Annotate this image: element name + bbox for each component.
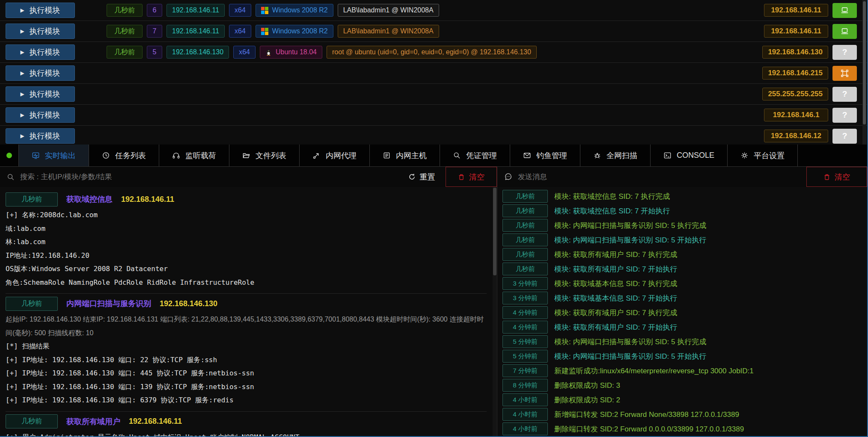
notification-text: 删除权限成功 SID: 2 <box>554 395 620 405</box>
notification-text: 模块: 内网端口扫描与服务识别 SID: 5 开始执行 <box>554 351 706 361</box>
notification-row: 几秒前模块: 获取域控信息 SID: 7 开始执行 <box>502 204 867 217</box>
question-icon: ? <box>842 89 847 99</box>
tab-task-list[interactable]: 任务列表 <box>89 145 159 166</box>
notification-row: 几秒前模块: 获取域控信息 SID: 7 执行完成 <box>502 190 867 203</box>
message-input[interactable] <box>518 173 800 181</box>
tab-label: CONSOLE <box>677 151 714 160</box>
tab-label: 实时输出 <box>45 151 76 161</box>
notification-text: 删除权限成功 SID: 3 <box>554 381 620 390</box>
scan-icon <box>593 151 601 159</box>
notification-text: 模块: 内网端口扫描与服务识别 SID: 5 开始执行 <box>554 235 706 245</box>
execute-module-button[interactable]: ▶执行模块 <box>6 86 75 102</box>
windows-logo-icon <box>261 7 268 14</box>
session-status-button[interactable] <box>832 3 857 18</box>
tab-phishing[interactable]: 钓鱼管理 <box>510 145 580 166</box>
execute-module-button[interactable]: ▶执行模块 <box>6 128 75 144</box>
scrollbar-thumb[interactable] <box>493 188 496 275</box>
notification-row: 4 小时前删除端口转发 SID:2 Forward 0.0.0.0/33899 … <box>502 422 867 435</box>
tab-label: 内网代理 <box>326 151 357 161</box>
notification-text: 新增端口转发 SID:2 Forward None/33898 127.0.0.… <box>554 410 739 419</box>
session-status-button[interactable]: ? <box>832 45 857 60</box>
windows-logo-icon <box>261 28 268 35</box>
session-status-button[interactable]: ? <box>832 108 857 123</box>
notification-time-badge: 4 分钟前 <box>502 306 548 319</box>
execute-module-button[interactable]: ▶执行模块 <box>6 107 75 123</box>
execute-module-button[interactable]: ▶执行模块 <box>6 24 75 39</box>
vector-square-icon <box>841 69 849 77</box>
session-status-button[interactable] <box>832 66 857 81</box>
log-entry: 几秒前内网端口扫描与服务识别192.168.146.130起始IP: 192.1… <box>6 294 487 412</box>
execute-module-button[interactable]: ▶执行模块 <box>6 65 75 81</box>
tab-realtime-output[interactable]: 实时输出 <box>18 145 89 166</box>
execute-module-button[interactable]: ▶执行模块 <box>6 44 75 60</box>
notification-text: 模块: 获取所有域用户 SID: 7 执行完成 <box>554 250 677 260</box>
log-time-badge: 几秒前 <box>6 192 58 207</box>
notification-row: 4 小时前删除权限成功 SID: 2 <box>502 393 867 406</box>
notification-time-badge: 4 小时前 <box>502 422 548 435</box>
notification-text: 新建监听成功:linux/x64/meterpreter/reverse_tcp… <box>554 366 754 376</box>
app-root: ▶执行模块几秒前6192.168.146.11x64Windows 2008 R… <box>0 0 868 437</box>
notification-time-badge: 8 分钟前 <box>502 379 548 392</box>
target-host: 192.168.146.130 <box>160 299 217 308</box>
notification-row: 7 分钟前新建监听成功:linux/x64/meterpreter/revers… <box>502 364 867 377</box>
scrollbar-thumb[interactable] <box>863 1 866 124</box>
tab-label: 全网扫描 <box>606 151 637 161</box>
log-scrollbar[interactable] <box>493 187 497 436</box>
execute-module-label: 执行模块 <box>30 5 60 15</box>
tab-listeners[interactable]: 监听载荷 <box>159 145 229 166</box>
session-table: ▶执行模块几秒前6192.168.146.11x64Windows 2008 R… <box>0 0 867 145</box>
listener-icon <box>172 151 180 159</box>
tab-network-scan[interactable]: 全网扫描 <box>580 145 651 166</box>
question-icon: ? <box>842 131 847 141</box>
credential-icon <box>453 151 461 159</box>
log-entry-header: 几秒前获取所有域用户192.168.146.11 <box>6 413 487 430</box>
session-row: ▶执行模块几秒前7192.168.146.11x64Windows 2008 R… <box>0 21 867 42</box>
tab-file-list[interactable]: 文件列表 <box>229 145 300 166</box>
session-status-button[interactable]: ? <box>832 129 857 144</box>
execute-module-button[interactable]: ▶执行模块 <box>6 3 75 18</box>
clear-notifications-button[interactable]: 清空 <box>806 167 867 187</box>
tab-platform-settings[interactable]: 平台设置 <box>728 145 798 166</box>
message-box <box>497 167 806 187</box>
last-seen-badge: 几秒前 <box>107 25 143 38</box>
session-address-badge: 192.168.146.11 <box>764 25 828 38</box>
notification-time-badge: 4 小时前 <box>502 408 548 421</box>
notification-row: 4 小时前新增端口转发 SID:2 Forward None/33898 127… <box>502 408 867 421</box>
clear-label: 清空 <box>469 172 485 182</box>
search-box <box>0 167 398 187</box>
session-address-badge: 192.168.146.11 <box>764 4 828 17</box>
user-badge: LAB\labadmin1 @ WIN2008A <box>338 25 439 38</box>
chat-bubble-icon <box>504 173 512 181</box>
log-time-badge: 几秒前 <box>6 297 58 311</box>
session-status-button[interactable] <box>832 24 857 39</box>
log-line: 域:lab.com <box>6 222 487 236</box>
play-icon: ▶ <box>20 7 24 13</box>
os-badge: Windows 2008 R2 <box>256 4 333 17</box>
session-row: ▶执行模块192.168.146.12? <box>0 126 867 145</box>
clear-output-button[interactable]: 清空 <box>446 167 497 187</box>
search-input[interactable] <box>20 173 391 181</box>
module-title: 获取所有域用户 <box>66 416 120 427</box>
tab-label: 平台设置 <box>754 151 785 161</box>
question-icon: ? <box>842 47 847 57</box>
tab-console[interactable]: CONSOLE <box>651 145 728 166</box>
os-badge: Windows 2008 R2 <box>256 25 333 38</box>
last-seen-badge: 几秒前 <box>107 4 143 17</box>
notification-text: 模块: 获取所有域用户 SID: 7 执行完成 <box>554 308 677 318</box>
tab-intranet-proxy[interactable]: 内网代理 <box>300 145 370 166</box>
session-row: ▶执行模块几秒前6192.168.146.11x64Windows 2008 R… <box>0 0 867 21</box>
os-label: Windows 2008 R2 <box>272 27 328 35</box>
search-icon <box>7 173 15 181</box>
notification-time-badge: 4 分钟前 <box>502 321 548 334</box>
tab-list: 实时输出任务列表监听载荷文件列表内网代理内网主机凭证管理钓鱼管理全网扫描CONS… <box>18 145 798 166</box>
notification-row: 几秒前模块: 获取所有域用户 SID: 7 开始执行 <box>502 263 867 275</box>
tab-intranet-hosts[interactable]: 内网主机 <box>370 145 440 166</box>
reset-button[interactable]: 重置 <box>398 167 446 187</box>
log-line: OS版本:Windows Server 2008 R2 Datacenter <box>6 262 487 276</box>
notification-text: 模块: 获取域控信息 SID: 7 开始执行 <box>554 206 670 216</box>
tab-label: 钓鱼管理 <box>536 151 567 161</box>
session-status-button[interactable]: ? <box>832 87 857 102</box>
tab-credentials[interactable]: 凭证管理 <box>440 145 510 166</box>
session-table-scrollbar[interactable] <box>862 0 866 145</box>
execute-module-label: 执行模块 <box>30 89 60 99</box>
